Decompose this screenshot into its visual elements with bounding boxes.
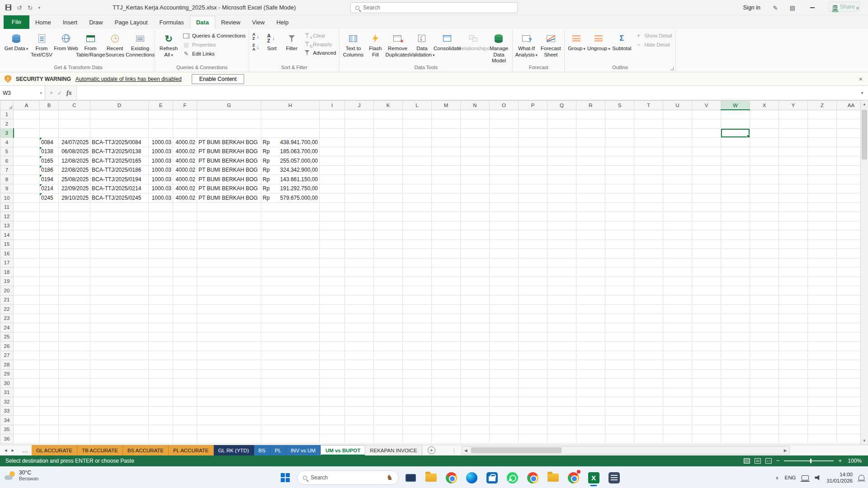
get-data-button[interactable]: Get Data▾ xyxy=(3,30,29,64)
row-header-26[interactable]: 26 xyxy=(0,342,14,351)
scroll-down-icon[interactable]: ▼ xyxy=(861,437,868,445)
cell-Z17[interactable] xyxy=(808,258,837,267)
col-header-N[interactable]: N xyxy=(461,101,490,110)
cell-J6[interactable] xyxy=(345,156,374,166)
cell-Z3[interactable] xyxy=(808,128,837,138)
cell-G4[interactable]: PT BUMI BERKAH BOG xyxy=(197,138,261,147)
cell-P25[interactable] xyxy=(519,332,547,342)
cell-R9[interactable] xyxy=(576,184,605,193)
edit-links-button[interactable]: Edit Links xyxy=(182,51,246,57)
reapply-button[interactable]: Reapply xyxy=(302,41,337,47)
cell-G12[interactable] xyxy=(197,212,261,221)
cell-Q15[interactable] xyxy=(547,239,576,249)
cell-D12[interactable] xyxy=(90,212,149,221)
cell-P3[interactable] xyxy=(519,128,547,138)
cell-Y25[interactable] xyxy=(779,332,808,342)
cell-G10[interactable]: PT BUMI BERKAH BOG xyxy=(197,193,261,203)
cell-N25[interactable] xyxy=(461,332,490,342)
cell-F8[interactable]: 4000.02 xyxy=(173,175,197,184)
cell-E16[interactable] xyxy=(149,249,173,258)
cell-P32[interactable] xyxy=(519,397,547,407)
cell-E6[interactable]: 1000.03 xyxy=(149,156,173,166)
pen-icon[interactable]: ✎ xyxy=(768,0,783,15)
cell-K26[interactable] xyxy=(374,342,403,351)
cell-V21[interactable] xyxy=(692,295,721,305)
cell-T1[interactable] xyxy=(634,110,663,119)
cell-F29[interactable] xyxy=(173,369,197,379)
cell-W19[interactable] xyxy=(721,277,750,286)
cell-R22[interactable] xyxy=(576,305,605,314)
cell-X12[interactable] xyxy=(750,212,779,221)
remove-duplicates-button[interactable]: Remove Duplicates xyxy=(385,30,410,64)
cell-S18[interactable] xyxy=(605,267,634,277)
cell-F20[interactable] xyxy=(173,286,197,296)
cell-K24[interactable] xyxy=(374,323,403,333)
cell-Y1[interactable] xyxy=(779,110,808,119)
cell-X35[interactable] xyxy=(750,425,779,434)
row-header-10[interactable]: 10 xyxy=(0,193,14,203)
cell-S36[interactable] xyxy=(605,434,634,444)
cell-X27[interactable] xyxy=(750,351,779,360)
cell-E21[interactable] xyxy=(149,295,173,305)
cell-P20[interactable] xyxy=(519,286,547,296)
cell-H22[interactable] xyxy=(261,305,320,314)
cell-E2[interactable] xyxy=(149,119,173,129)
cell-D35[interactable] xyxy=(90,425,149,434)
cell-B18[interactable] xyxy=(40,267,59,277)
cell-T21[interactable] xyxy=(634,295,663,305)
cell-C16[interactable] xyxy=(59,249,90,258)
cell-B15[interactable] xyxy=(40,239,59,249)
cell-E14[interactable] xyxy=(149,230,173,240)
cell-N3[interactable] xyxy=(461,128,490,138)
cell-A31[interactable] xyxy=(14,388,40,397)
cell-O35[interactable] xyxy=(490,425,519,434)
cell-R5[interactable] xyxy=(576,147,605,156)
cell-E30[interactable] xyxy=(149,379,173,388)
cell-X29[interactable] xyxy=(750,369,779,379)
cell-I31[interactable] xyxy=(320,388,345,397)
cell-L14[interactable] xyxy=(403,230,432,240)
cell-K6[interactable] xyxy=(374,156,403,166)
cell-V15[interactable] xyxy=(692,239,721,249)
cell-J11[interactable] xyxy=(345,202,374,212)
cell-G34[interactable] xyxy=(197,416,261,425)
minimize-button[interactable] xyxy=(802,0,823,15)
cell-Y17[interactable] xyxy=(779,258,808,267)
cell-B29[interactable] xyxy=(40,369,59,379)
cell-O20[interactable] xyxy=(490,286,519,296)
cell-C31[interactable] xyxy=(59,388,90,397)
cell-V20[interactable] xyxy=(692,286,721,296)
cell-F18[interactable] xyxy=(173,267,197,277)
cell-J5[interactable] xyxy=(345,147,374,156)
cell-H9[interactable]: Rp191.292.750,00 xyxy=(261,184,320,193)
cell-D2[interactable] xyxy=(90,119,149,129)
cell-R31[interactable] xyxy=(576,388,605,397)
cell-F28[interactable] xyxy=(173,360,197,370)
cell-O21[interactable] xyxy=(490,295,519,305)
cell-Z27[interactable] xyxy=(808,351,837,360)
cell-J33[interactable] xyxy=(345,406,374,416)
cell-M25[interactable] xyxy=(432,332,461,342)
cell-M26[interactable] xyxy=(432,342,461,351)
cell-J32[interactable] xyxy=(345,397,374,407)
row-header-18[interactable]: 18 xyxy=(0,267,14,277)
cell-U20[interactable] xyxy=(663,286,692,296)
cell-Y4[interactable] xyxy=(779,138,808,147)
cell-D9[interactable]: BCA-TTJ/2025/0214 xyxy=(90,184,149,193)
cell-U35[interactable] xyxy=(663,425,692,434)
cell-B27[interactable] xyxy=(40,351,59,360)
cell-R3[interactable] xyxy=(576,128,605,138)
cell-A18[interactable] xyxy=(14,267,40,277)
cell-J9[interactable] xyxy=(345,184,374,193)
cell-D26[interactable] xyxy=(90,342,149,351)
cell-S33[interactable] xyxy=(605,406,634,416)
outline-dialog-launcher-icon[interactable] xyxy=(670,67,674,70)
row-header-30[interactable]: 30 xyxy=(0,379,14,388)
cell-Q7[interactable] xyxy=(547,165,576,175)
cell-U10[interactable] xyxy=(663,193,692,203)
cell-G33[interactable] xyxy=(197,406,261,416)
cell-G28[interactable] xyxy=(197,360,261,370)
cell-E28[interactable] xyxy=(149,360,173,370)
forecast-sheet-button[interactable]: Forecast Sheet xyxy=(538,30,563,64)
cell-A12[interactable] xyxy=(14,212,40,221)
